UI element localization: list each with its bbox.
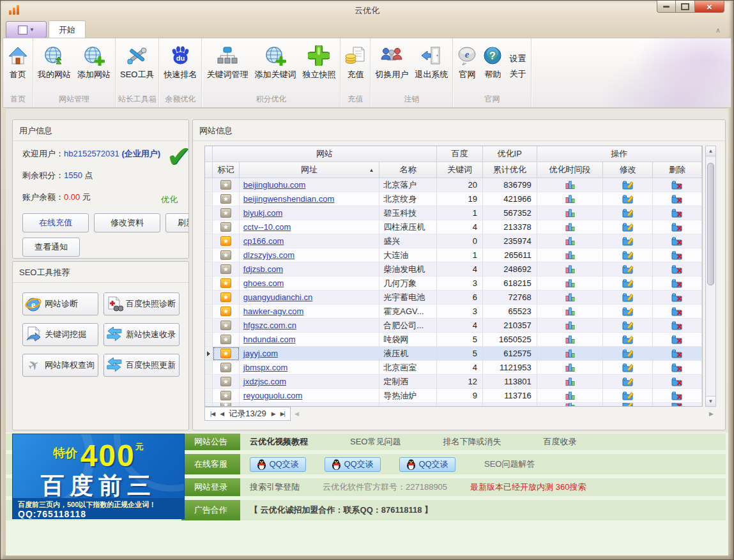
app-menu-button[interactable]: ▼ xyxy=(6,21,47,38)
announce-link[interactable]: SEO常见问题 xyxy=(350,436,401,448)
site-url-link[interactable]: hawker-agv.com xyxy=(243,306,303,316)
edit-cell[interactable] xyxy=(603,206,653,220)
period-cell[interactable] xyxy=(537,220,604,234)
site-url-link[interactable]: jxdzjsc.com xyxy=(243,377,286,386)
delete-cell[interactable] xyxy=(653,291,702,305)
star-cell[interactable]: ★ xyxy=(213,206,240,220)
vertical-scrollbar[interactable]: ▲ ▼ xyxy=(705,146,716,407)
qq-chat-button[interactable]: QQ交谈 xyxy=(325,457,381,472)
group-header-site[interactable]: 网站 xyxy=(213,146,437,162)
about-link[interactable]: 关于 xyxy=(509,68,526,80)
online-recharge-button[interactable]: 在线充值 xyxy=(22,213,89,232)
pager-next-icon[interactable]: ▶ xyxy=(271,411,275,417)
star-cell[interactable]: ★ xyxy=(213,375,240,389)
delete-cell[interactable] xyxy=(653,220,702,234)
star-icon[interactable]: ★ xyxy=(220,363,231,372)
period-cell[interactable] xyxy=(537,234,604,248)
minimize-button[interactable] xyxy=(657,1,676,13)
period-cell[interactable] xyxy=(537,305,604,319)
col-total[interactable]: 累计优化 xyxy=(483,162,537,178)
site-url-link[interactable]: beijingwenshendian.com xyxy=(243,194,334,204)
table-row[interactable]: ★biyukj.com碧玉科技1567352 xyxy=(205,206,702,220)
period-cell[interactable] xyxy=(537,248,604,262)
star-icon[interactable]: ★ xyxy=(220,391,231,400)
announce-link[interactable]: 百度收录 xyxy=(543,436,576,448)
qq-chat-button[interactable]: QQ交谈 xyxy=(250,457,306,472)
star-icon[interactable]: ★ xyxy=(220,292,231,302)
site-url-link[interactable]: reyouguolu.com xyxy=(243,391,303,400)
col-name[interactable]: 名称 xyxy=(379,162,437,178)
site-url-link[interactable]: beijingluohu.com xyxy=(243,180,306,190)
star-icon[interactable]: ★ xyxy=(220,180,231,190)
table-row[interactable]: ★hfgszc.com.cn合肥公司...4210357 xyxy=(205,319,702,333)
star-icon[interactable]: ★ xyxy=(220,250,231,260)
snapshot-button[interactable]: 独立快照 xyxy=(299,40,339,93)
qq-chat-button[interactable]: QQ交谈 xyxy=(399,457,455,472)
scroll-up-icon[interactable]: ▲ xyxy=(706,146,715,156)
edit-cell[interactable] xyxy=(603,262,653,276)
delete-cell[interactable] xyxy=(653,206,702,220)
star-icon[interactable]: ★ xyxy=(220,349,231,358)
star-icon[interactable]: ★ xyxy=(220,194,231,204)
edit-cell[interactable] xyxy=(603,291,653,305)
ribbon-collapse-icon[interactable]: ∧ xyxy=(715,26,721,34)
maximize-button[interactable] xyxy=(676,1,695,13)
star-cell[interactable]: ★ xyxy=(213,276,240,291)
col-period[interactable]: 优化时间段 xyxy=(537,162,604,178)
star-cell[interactable]: ★ xyxy=(213,361,240,375)
period-cell[interactable] xyxy=(537,319,604,333)
delete-cell[interactable] xyxy=(653,234,702,248)
star-cell[interactable]: ★ xyxy=(213,248,240,262)
edit-cell[interactable] xyxy=(603,276,653,291)
search-engine-login-link[interactable]: 搜索引擎登陆 xyxy=(250,481,300,493)
refresh-button[interactable]: 刷新 xyxy=(165,213,189,232)
table-row[interactable]: ★guangyudianchi.cn光宇蓄电池672768 xyxy=(205,291,702,305)
announce-link[interactable]: 排名下降或消失 xyxy=(443,436,501,448)
star-cell[interactable]: ★ xyxy=(213,319,240,333)
table-row[interactable]: ★fdjzsb.com柴油发电机4248692 xyxy=(205,262,702,276)
period-cell[interactable] xyxy=(537,276,604,291)
period-cell[interactable] xyxy=(537,375,604,389)
period-cell[interactable] xyxy=(537,262,604,276)
beta-notice[interactable]: 最新版本已经开放内测 360搜索 xyxy=(470,481,586,493)
table-row[interactable]: ★jayyj.com液压机5612575 xyxy=(205,347,702,361)
star-cell[interactable]: ★ xyxy=(213,178,240,192)
home-button[interactable]: 首页 xyxy=(4,40,31,93)
recharge-button[interactable]: 充值 xyxy=(342,40,369,93)
period-cell[interactable] xyxy=(537,192,604,206)
edit-cell[interactable] xyxy=(603,319,653,333)
snapshot-diagnose-button[interactable]: 百度快照诊断 xyxy=(103,292,180,315)
site-url-link[interactable]: jbmspx.com xyxy=(243,363,287,372)
pager-last-icon[interactable]: ▶| xyxy=(280,411,285,417)
edit-cell[interactable] xyxy=(603,333,653,347)
edit-cell[interactable] xyxy=(603,248,653,262)
table-row[interactable]: ★cctv--10.com四柱液压机4213378 xyxy=(205,220,702,234)
help-button[interactable]: ? 帮助 xyxy=(480,40,505,93)
period-cell[interactable] xyxy=(537,291,604,305)
star-cell[interactable]: ★ xyxy=(213,192,240,206)
star-cell[interactable]: ★ xyxy=(213,291,240,305)
snapshot-update-button[interactable]: 百度快照更新 xyxy=(103,354,180,377)
period-cell[interactable] xyxy=(537,206,604,220)
delete-cell[interactable] xyxy=(653,305,702,319)
seo-answer-link[interactable]: SEO问题解答 xyxy=(484,458,535,470)
star-icon[interactable]: ★ xyxy=(220,306,231,316)
table-row[interactable]: ★beijingwenshendian.com北京纹身19421966 xyxy=(205,192,702,206)
website-button[interactable]: e 官网 xyxy=(454,40,480,93)
switch-user-button[interactable]: 切换用户 xyxy=(372,40,411,93)
star-cell[interactable]: ★ xyxy=(213,262,240,276)
col-delete[interactable]: 删除 xyxy=(653,162,702,178)
site-url-link[interactable]: cp166.com xyxy=(243,236,284,246)
table-row[interactable]: ★jbmspx.com北京画室41121953 xyxy=(205,361,702,375)
site-url-link[interactable]: ghoes.com xyxy=(243,278,284,288)
pager-prev-icon[interactable]: ◀ xyxy=(220,411,224,417)
add-keyword-button[interactable]: 添加关键词 xyxy=(251,40,299,93)
scrollbar-thumb[interactable] xyxy=(707,163,714,285)
period-cell[interactable] xyxy=(537,347,604,361)
delete-cell[interactable] xyxy=(653,319,702,333)
star-icon[interactable]: ★ xyxy=(220,264,231,274)
table-row[interactable]: ★hndundai.com吨袋网51650525 xyxy=(205,333,702,347)
star-cell[interactable]: ★ xyxy=(213,234,240,248)
period-cell[interactable] xyxy=(537,389,604,403)
my-sites-button[interactable]: 我的网站 xyxy=(34,40,74,93)
